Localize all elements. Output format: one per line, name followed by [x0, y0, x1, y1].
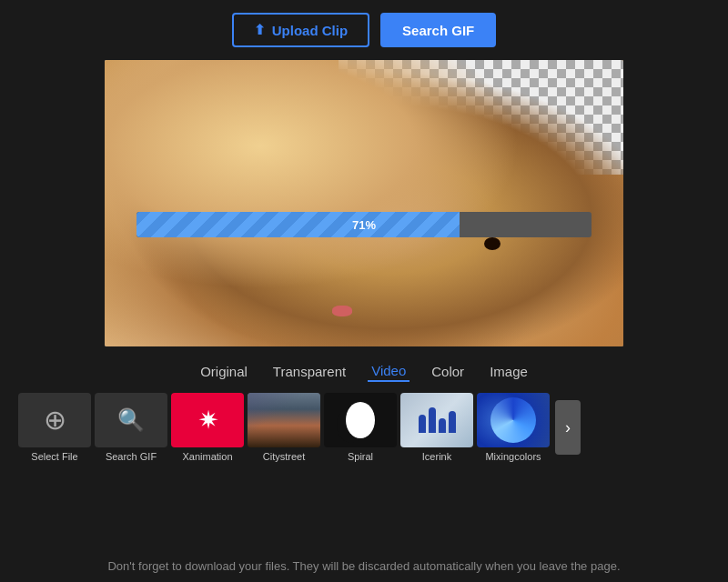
cat-overlay [105, 60, 623, 346]
xanimation-thumb: ✴ [171, 393, 244, 447]
progress-bar-container: 71% [136, 212, 592, 237]
footer-text: Don't forget to download your files. The… [107, 559, 620, 573]
citystreet-label: Citystreet [263, 451, 305, 462]
spiral-thumb [324, 393, 397, 447]
search-gif-label: Search GIF [402, 23, 474, 38]
ice-figure [419, 415, 426, 433]
swirl-icon [490, 397, 536, 443]
mode-tabs: Original Transparent Video Color Image [197, 356, 531, 387]
search-gif-button[interactable]: Search GIF [380, 13, 496, 47]
x-star-icon: ✴ [197, 406, 218, 436]
cat-nose [332, 306, 352, 316]
ice-figure [439, 418, 446, 433]
footer: Don't forget to download your files. The… [0, 547, 728, 582]
mixingcolors-label: Mixingcolors [485, 451, 541, 462]
select-file-label: Select File [31, 451, 77, 462]
preview-image [105, 60, 623, 346]
search-icon: 🔍 [117, 407, 145, 433]
list-item[interactable]: Icerink [400, 393, 473, 462]
plus-icon: ⊕ [44, 406, 66, 434]
list-item[interactable]: Spiral [324, 393, 397, 462]
tab-original[interactable]: Original [197, 361, 251, 382]
upload-icon: ⬆ [254, 22, 266, 38]
city-overlay [248, 393, 320, 447]
cat-eye [484, 237, 500, 250]
tab-color[interactable]: Color [428, 361, 468, 382]
list-item[interactable]: 🔍 Search GIF [95, 393, 167, 462]
xanimation-label: Xanimation [182, 451, 232, 462]
progress-label: 71% [352, 218, 376, 232]
list-item[interactable]: ⊕ Select File [18, 393, 91, 462]
tab-transparent[interactable]: Transparent [269, 361, 349, 382]
thumbnail-strip: ⊕ Select File 🔍 Search GIF ✴ Xanimation … [0, 393, 728, 462]
spiral-label: Spiral [348, 451, 373, 462]
search-gif-thumb-label: Search GIF [106, 451, 157, 462]
icerink-thumb [400, 393, 473, 447]
progress-fill [136, 212, 460, 237]
ice-figures [419, 407, 456, 433]
upload-clip-button[interactable]: ⬆ Upload Clip [232, 13, 369, 47]
citystreet-thumb [248, 393, 320, 447]
moon-icon [346, 402, 375, 438]
search-gif-thumb: 🔍 [95, 393, 167, 447]
tab-video[interactable]: Video [368, 361, 410, 382]
list-item[interactable]: Citystreet [248, 393, 320, 462]
ice-figure [429, 407, 436, 433]
list-item[interactable]: Mixingcolors [477, 393, 550, 462]
select-file-thumb: ⊕ [18, 393, 91, 447]
mixingcolors-thumb [477, 393, 550, 447]
upload-clip-label: Upload Clip [272, 23, 348, 38]
ice-figure [449, 411, 456, 433]
next-arrow-button[interactable]: › [555, 400, 581, 455]
tab-image[interactable]: Image [486, 361, 531, 382]
icerink-label: Icerink [422, 451, 451, 462]
toolbar: ⬆ Upload Clip Search GIF [0, 0, 728, 60]
preview-area: 71% [105, 60, 623, 346]
list-item[interactable]: ✴ Xanimation [171, 393, 244, 462]
chevron-right-icon: › [565, 418, 571, 437]
